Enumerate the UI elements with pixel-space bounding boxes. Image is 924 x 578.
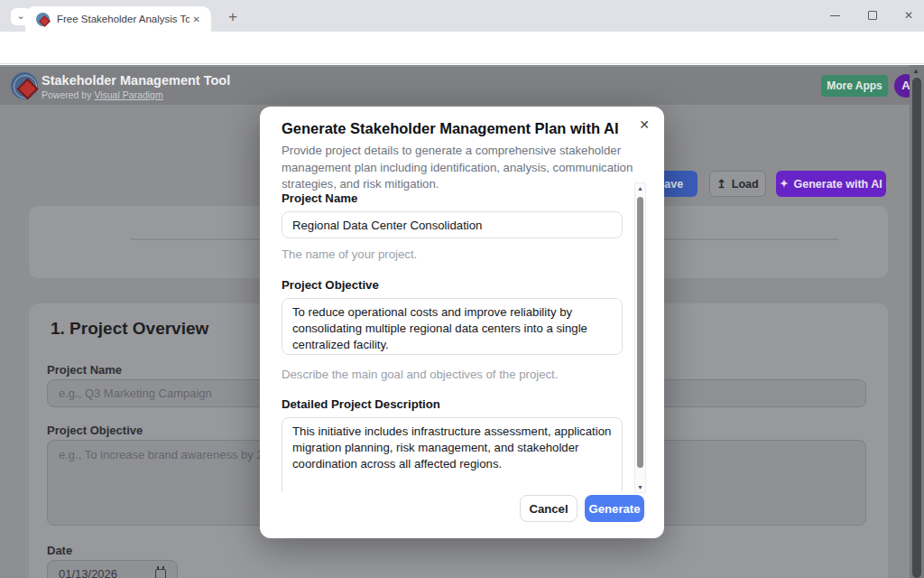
maximize-icon bbox=[868, 11, 877, 20]
new-tab-button[interactable]: + bbox=[222, 6, 244, 28]
page-scrollbar-thumb[interactable] bbox=[912, 78, 921, 578]
modal-close-icon[interactable]: ✕ bbox=[635, 114, 653, 135]
browser-toolbar: ← → ⟳ ai-toolbox.visual-paradigm.com/app… bbox=[0, 32, 924, 64]
date-value: 01/13/2026 bbox=[59, 567, 117, 578]
window-close-button[interactable]: ✕ bbox=[892, 0, 924, 31]
upload-icon: ↥ bbox=[716, 177, 725, 191]
calendar-icon bbox=[155, 569, 166, 578]
modal-project-name-help: The name of your project. bbox=[282, 247, 623, 263]
generate-with-ai-button[interactable]: ✦ Generate with AI bbox=[776, 171, 886, 197]
visual-paradigm-link[interactable]: Visual Paradigm bbox=[94, 89, 162, 100]
window-maximize-button[interactable] bbox=[855, 0, 890, 31]
modal-project-name-label: Project Name bbox=[282, 191, 623, 205]
modal-scrollbar[interactable]: ▲ ▼ bbox=[634, 182, 646, 493]
date-input[interactable]: 01/13/2026 bbox=[47, 560, 178, 578]
date-label: Date bbox=[47, 544, 72, 557]
modal-objective-label: Project Objective bbox=[282, 278, 623, 292]
powered-by-line: Powered by Visual Paradigm bbox=[42, 89, 163, 100]
app-header: Stakeholder Management Tool Powered by V… bbox=[0, 67, 924, 105]
modal-scrollbar-thumb[interactable] bbox=[637, 197, 643, 468]
modal-objective-textarea[interactable]: To reduce operational costs and improve … bbox=[282, 298, 623, 355]
more-apps-button[interactable]: More Apps bbox=[821, 75, 888, 97]
powered-by-text: Powered by bbox=[42, 89, 91, 100]
modal-scroll-down-icon[interactable]: ▼ bbox=[635, 484, 645, 490]
visual-paradigm-logo-icon bbox=[11, 72, 38, 99]
load-button[interactable]: ↥ Load bbox=[709, 171, 766, 197]
modal-form-body: Project Name The name of your project. P… bbox=[282, 184, 623, 491]
browser-tab[interactable]: Free Stakeholder Analysis Tool | ✕ bbox=[25, 6, 211, 32]
generate-plan-modal: ✕ Generate Stakeholder Management Plan w… bbox=[260, 107, 664, 538]
generate-button[interactable]: Generate bbox=[585, 495, 644, 522]
project-objective-label: Project Objective bbox=[47, 424, 143, 437]
load-label: Load bbox=[732, 178, 759, 191]
app-title: Stakeholder Management Tool bbox=[42, 73, 230, 88]
section-title: 1. Project Overview bbox=[51, 319, 208, 339]
minimize-icon bbox=[830, 15, 840, 16]
modal-description-label: Detailed Project Description bbox=[282, 397, 623, 411]
window-minimize-button[interactable] bbox=[818, 0, 852, 31]
page-scrollbar[interactable]: ▲ bbox=[910, 65, 924, 578]
project-name-label: Project Name bbox=[47, 363, 122, 377]
browser-tab-strip: ⌄ Free Stakeholder Analysis Tool | ✕ + ✕ bbox=[0, 0, 924, 32]
modal-description-textarea[interactable]: This initiative includes infrastructure … bbox=[282, 417, 623, 491]
tab-title: Free Stakeholder Analysis Tool | bbox=[57, 14, 189, 24]
sparkle-icon: ✦ bbox=[780, 178, 788, 190]
generate-with-ai-label: Generate with AI bbox=[794, 178, 882, 191]
modal-project-name-input[interactable] bbox=[282, 211, 623, 238]
modal-objective-help: Describe the main goal and objectives of… bbox=[282, 367, 623, 383]
site-favicon-icon bbox=[36, 13, 50, 26]
modal-title: Generate Stakeholder Management Plan wit… bbox=[282, 120, 618, 137]
cancel-button[interactable]: Cancel bbox=[520, 495, 578, 522]
tab-close-icon[interactable]: ✕ bbox=[189, 13, 204, 26]
scrollbar-up-icon[interactable]: ▲ bbox=[912, 67, 919, 75]
modal-scroll-up-icon[interactable]: ▲ bbox=[635, 185, 645, 191]
